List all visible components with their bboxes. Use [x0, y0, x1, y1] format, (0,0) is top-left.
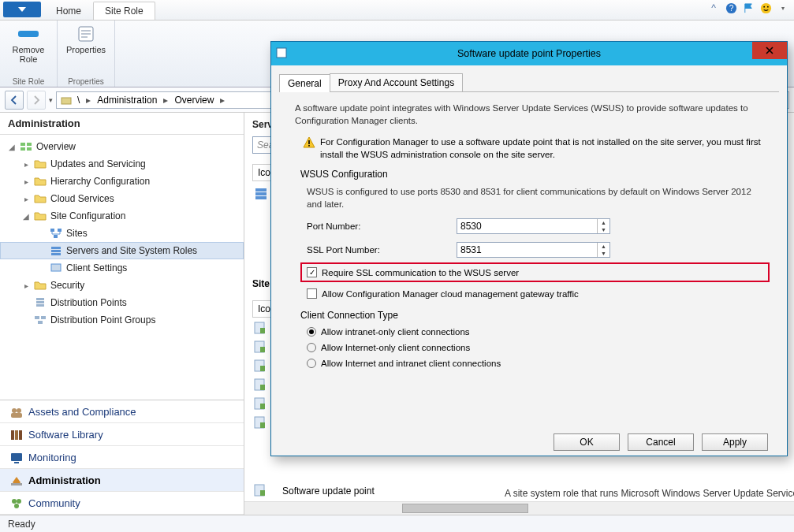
spinner-icon[interactable]: ▲▼: [597, 219, 609, 233]
roles-list-header: Site: [252, 278, 270, 289]
svg-rect-15: [50, 229, 54, 232]
monitoring-icon: [9, 451, 22, 463]
allow-cloud-checkbox[interactable]: [307, 288, 317, 299]
servers-icon: [50, 244, 62, 257]
role-icon: [252, 415, 270, 431]
svg-rect-57: [277, 48, 286, 58]
svg-point-29: [17, 408, 21, 413]
ssl-port-input[interactable]: 8531▲▼: [457, 242, 610, 258]
svg-rect-40: [255, 188, 267, 192]
community-icon: [9, 497, 22, 509]
svg-text:?: ?: [729, 4, 733, 13]
wunderbar-monitoring[interactable]: Monitoring: [0, 446, 244, 469]
close-button[interactable]: [752, 42, 787, 59]
tree-node-overview[interactable]: ◢Overview: [0, 138, 244, 155]
tree-node-cloud[interactable]: ▸Cloud Services: [0, 190, 244, 207]
wunderbar-library[interactable]: Software Library: [0, 423, 244, 446]
svg-rect-17: [58, 229, 62, 232]
ribbon-tab-home[interactable]: Home: [44, 2, 93, 20]
svg-rect-50: [260, 385, 265, 390]
cancel-button[interactable]: Cancel: [628, 433, 694, 451]
radio-intranet-only[interactable]: [307, 327, 316, 337]
svg-rect-12: [27, 143, 32, 146]
tree-node-distgroups[interactable]: Distribution Point Groups: [0, 311, 244, 329]
properties-dialog: Software update point Properties General…: [270, 41, 788, 456]
flag-icon[interactable]: [742, 2, 755, 14]
ssl-port-label: SSL Port Number:: [307, 245, 457, 255]
svg-rect-48: [260, 366, 265, 371]
radio-both[interactable]: [307, 359, 316, 368]
chevron-icon: ▸: [162, 95, 170, 106]
radio-internet-only[interactable]: [307, 343, 316, 352]
scrollbar-thumb[interactable]: [402, 504, 528, 513]
require-ssl-checkbox[interactable]: [307, 267, 317, 277]
app-menu-button[interactable]: [3, 2, 41, 17]
spinner-icon[interactable]: ▲▼: [597, 243, 609, 257]
nav-header: Administration: [0, 113, 244, 135]
sites-icon: [50, 227, 62, 240]
feedback-icon[interactable]: [759, 2, 772, 14]
folder-icon: [34, 210, 47, 222]
properties-label: Properties: [66, 45, 106, 54]
admin-icon: [9, 474, 22, 486]
breadcrumb-seg[interactable]: Overview: [171, 95, 217, 106]
remove-role-label: Remove Role: [6, 45, 50, 64]
ok-button[interactable]: OK: [554, 433, 620, 451]
svg-rect-35: [14, 462, 19, 463]
port-input[interactable]: 8530▲▼: [457, 218, 610, 234]
svg-point-28: [12, 408, 17, 413]
remove-role-button[interactable]: Remove Role: [5, 24, 52, 65]
nav-tree: ◢Overview ▸Updates and Servicing ▸Hierar…: [0, 135, 244, 400]
tab-general[interactable]: General: [279, 74, 330, 92]
dialog-title: Software update point Properties: [457, 48, 601, 59]
feedback-dropdown-icon[interactable]: ▾: [777, 2, 789, 14]
wsus-group-title: WSUS Configuration: [300, 169, 763, 180]
wunderbar-community[interactable]: Community: [0, 492, 244, 515]
ribbon-group-label-2: Properties: [68, 77, 104, 86]
back-button[interactable]: [5, 91, 24, 110]
apply-button[interactable]: Apply: [702, 433, 768, 451]
tree-node-servers-roles[interactable]: Servers and Site System Roles: [0, 242, 244, 259]
window-icon: [276, 47, 289, 60]
wunderbar-assets[interactable]: Assets and Compliance: [0, 400, 244, 423]
role-icon: [252, 359, 270, 374]
svg-rect-58: [308, 140, 310, 144]
svg-rect-42: [255, 196, 267, 199]
svg-rect-11: [21, 143, 25, 146]
forward-button[interactable]: [27, 91, 46, 110]
tree-node-sites[interactable]: Sites: [0, 225, 244, 242]
breadcrumb-seg[interactable]: \: [74, 95, 83, 106]
dialog-description: A software update point integrates with …: [279, 99, 779, 128]
horizontal-scrollbar[interactable]: [244, 501, 794, 515]
history-dropdown-icon[interactable]: ▾: [49, 96, 53, 104]
dialog-titlebar[interactable]: Software update point Properties: [271, 42, 787, 65]
tree-node-siteconfig[interactable]: ◢Site Configuration: [0, 207, 244, 225]
svg-rect-56: [260, 490, 265, 496]
breadcrumb-seg[interactable]: Administration: [94, 95, 160, 106]
svg-rect-59: [308, 145, 310, 147]
help-icon[interactable]: ?: [725, 2, 737, 14]
svg-rect-31: [11, 430, 14, 440]
wsus-desc: WSUS is configured to use ports 8530 and…: [307, 186, 763, 210]
wunderbar-administration[interactable]: Administration: [0, 469, 244, 492]
tree-node-security[interactable]: ▸Security: [0, 277, 244, 294]
folder-icon: [34, 175, 47, 188]
distgroups-icon: [34, 314, 47, 326]
svg-rect-23: [36, 301, 44, 303]
svg-rect-54: [260, 422, 265, 428]
tab-proxy[interactable]: Proxy And Account Settings: [330, 73, 463, 91]
svg-point-38: [17, 499, 21, 504]
folder-icon: [34, 279, 47, 292]
svg-rect-20: [51, 253, 61, 255]
tree-node-updates[interactable]: ▸Updates and Servicing: [0, 155, 244, 173]
svg-rect-32: [15, 430, 18, 440]
tree-node-clientsettings[interactable]: Client Settings: [0, 259, 244, 277]
properties-button[interactable]: Properties: [62, 24, 110, 56]
tree-node-hierarchy[interactable]: ▸Hierarchy Configuration: [0, 173, 244, 190]
server-icon: [252, 185, 270, 203]
warning-icon: [303, 136, 315, 149]
svg-rect-18: [51, 247, 61, 249]
expand-ribbon-icon[interactable]: ^: [707, 2, 720, 14]
tree-node-distpoints[interactable]: Distribution Points: [0, 294, 244, 311]
ribbon-tab-site-role[interactable]: Site Role: [93, 2, 155, 20]
